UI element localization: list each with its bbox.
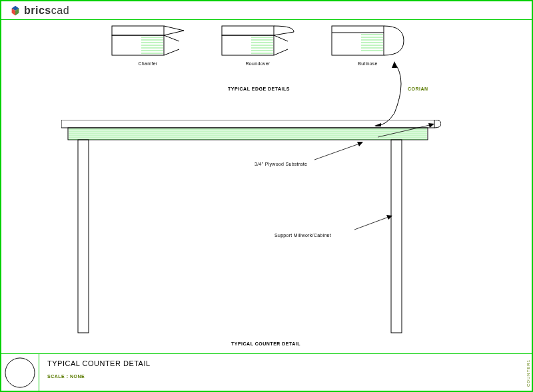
bricscad-logo-icon [9,5,21,17]
svg-rect-39 [68,128,428,140]
edge-profile-roundover: Roundover [221,25,294,66]
bullnose-profile-svg [331,25,404,59]
svg-rect-46 [78,140,89,333]
svg-rect-16 [222,26,274,35]
drawing-title: TYPICAL COUNTER DETAIL [47,359,524,367]
svg-rect-47 [391,140,402,333]
edge-details-title: TYPICAL EDGE DETAILS [228,87,290,91]
chamfer-profile-svg [111,25,185,59]
svg-line-52 [354,216,390,230]
svg-line-50 [314,143,361,160]
svg-marker-36 [392,61,397,68]
svg-rect-27 [332,26,384,55]
svg-line-4 [164,26,184,31]
corian-leader-line [374,60,414,126]
app-logo: bricscad [9,5,69,17]
chamfer-label: Chamfer [111,61,185,66]
title-text-area: TYPICAL COUNTER DETAIL SCALE : NONE [39,354,532,391]
detail-marker [1,354,39,391]
support-annotation: Support Millwork/Cabinet [274,233,331,238]
drawing-id-label: COUNTER1 [526,359,530,387]
title-block: TYPICAL COUNTER DETAIL SCALE : NONE [1,353,532,391]
plywood-annotation: 3/4" Plywood Substrate [255,162,307,166]
svg-point-54 [5,358,35,387]
svg-line-26 [274,49,288,55]
counter-detail-title: TYPICAL COUNTER DETAIL [231,341,300,346]
svg-line-14 [164,35,179,41]
drawing-canvas: Chamfer Roundover [1,20,532,352]
header-bar: bricscad [1,1,532,20]
svg-marker-49 [428,123,434,128]
svg-line-25 [274,35,288,41]
svg-line-5 [164,31,184,35]
drawing-scale: SCALE : NONE [47,374,524,379]
svg-rect-3 [112,26,164,35]
svg-rect-38 [61,120,434,128]
edge-profile-chamfer: Chamfer [111,25,185,66]
counter-section-svg [61,120,441,339]
corian-annotation: CORIAN [408,87,428,91]
roundover-label: Roundover [221,61,294,66]
svg-line-15 [164,49,179,55]
roundover-profile-svg [221,25,294,59]
app-name: bricscad [24,5,69,17]
